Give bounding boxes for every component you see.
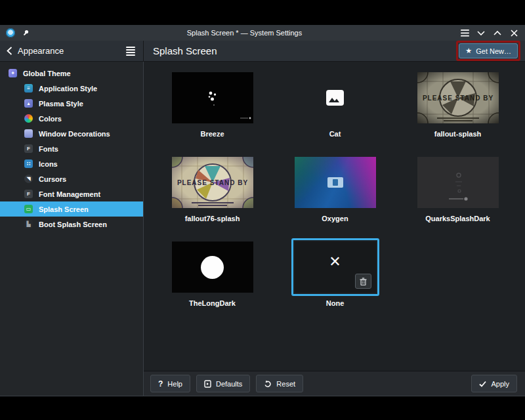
defaults-icon	[204, 380, 211, 388]
quarks-splash-dark-thumbnail	[417, 157, 499, 208]
get-new-button[interactable]: ★ Get New…	[459, 43, 518, 58]
tile-label: None	[326, 299, 345, 307]
system-settings-window: Splash Screen * — System Settings	[0, 25, 525, 396]
apply-button[interactable]: Apply	[471, 375, 517, 392]
the-long-dark-thumbnail	[172, 242, 253, 293]
back-chevron-icon[interactable]	[7, 47, 12, 55]
sidebar-item-label: Window Decorations	[39, 130, 110, 138]
page-title: Splash Screen	[153, 45, 217, 56]
sidebar-item-label: Plasma Style	[39, 100, 83, 108]
window-decorations-icon	[24, 129, 33, 138]
fonts-icon: F	[24, 144, 33, 153]
none-thumbnail: ✕	[295, 242, 376, 293]
sidebar-item-icons[interactable]: ∷ Icons	[0, 156, 143, 171]
window-menu-icon[interactable]	[459, 28, 470, 38]
splash-tile-fallout-splash[interactable]: PLEASE STAND BY fallout-splash	[396, 69, 519, 154]
image-placeholder-icon	[326, 90, 344, 106]
tile-label: QuarksSplashDark	[425, 215, 490, 222]
header-row: Appearance Splash Screen ★ Get New…	[0, 41, 525, 62]
tile-label: Breeze	[200, 130, 224, 138]
splash-tile-cat[interactable]: Cat	[274, 69, 396, 154]
star-icon: ★	[465, 47, 472, 54]
sidebar: ✦ Global Theme ≡ Application Style ▴ Pla…	[0, 62, 144, 396]
breeze-thumbnail	[172, 72, 253, 123]
cursor-icon: ◥	[24, 175, 33, 183]
main-content: Breeze Cat	[144, 62, 525, 396]
trash-icon	[360, 278, 367, 285]
oxygen-thumbnail	[295, 157, 376, 208]
delete-theme-button[interactable]	[355, 274, 371, 289]
minimize-icon[interactable]	[476, 28, 486, 38]
sidebar-item-label: Cursors	[39, 175, 66, 183]
sidebar-item-application-style[interactable]: ≡ Application Style	[0, 81, 143, 96]
defaults-label: Defaults	[216, 380, 242, 388]
back-label[interactable]: Appearance	[18, 46, 64, 56]
sidebar-item-label: Colors	[39, 115, 62, 123]
defaults-button[interactable]: Defaults	[196, 375, 250, 392]
boot-splash-icon: ▙	[24, 220, 33, 228]
get-new-label: Get New…	[476, 47, 511, 55]
reset-button[interactable]: Reset	[256, 375, 303, 392]
sidebar-item-global-theme[interactable]: ✦ Global Theme	[0, 66, 143, 81]
sidebar-item-splash-screen[interactable]: ▭ Splash Screen	[0, 201, 143, 217]
oxygen-dialog-box	[327, 177, 343, 188]
apply-label: Apply	[491, 380, 509, 388]
splash-tile-quarks-splash-dark[interactable]: QuarksSplashDark	[396, 154, 519, 238]
application-style-icon: ≡	[24, 84, 33, 93]
sidebar-item-label: Application Style	[39, 85, 97, 93]
tile-label: fallout-splash	[434, 130, 482, 138]
splash-tile-breeze[interactable]: Breeze	[151, 69, 274, 154]
tile-label: Cat	[329, 130, 341, 138]
none-x-icon: ✕	[295, 255, 376, 269]
fallout-splash-thumbnail: PLEASE STAND BY	[417, 72, 499, 123]
reset-label: Reset	[276, 380, 295, 388]
sidebar-item-label: Font Management	[39, 190, 100, 198]
close-icon[interactable]	[509, 28, 519, 38]
app-icon	[6, 28, 15, 37]
help-button[interactable]: ? Help	[150, 375, 190, 392]
splash-tile-the-long-dark[interactable]: TheLongDark	[151, 238, 274, 323]
sidebar-item-plasma-style[interactable]: ▴ Plasma Style	[0, 96, 143, 111]
splash-theme-grid: Breeze Cat	[144, 62, 525, 371]
breadcrumb: Appearance	[0, 41, 144, 61]
sidebar-item-font-management[interactable]: F Font Management	[0, 186, 143, 201]
sidebar-item-colors[interactable]: Colors	[0, 111, 143, 126]
window-title: Splash Screen * — System Settings	[30, 29, 459, 37]
icons-icon: ∷	[24, 159, 33, 168]
plasma-style-icon: ▴	[24, 99, 33, 108]
help-label: Help	[167, 380, 182, 388]
splash-tile-none[interactable]: ✕ None	[274, 238, 396, 323]
splash-tile-fallout76-splash[interactable]: PLEASE STAND BY fallout76-splash	[151, 154, 274, 238]
titlebar: Splash Screen * — System Settings	[0, 25, 525, 41]
footer-bar: ? Help Defaults	[144, 371, 525, 396]
font-management-icon: F	[24, 190, 33, 198]
splash-screen-icon: ▭	[24, 205, 33, 213]
tile-label: fallout76-splash	[185, 215, 240, 222]
sidebar-item-label: Splash Screen	[39, 205, 89, 213]
help-icon: ?	[158, 379, 163, 388]
maximize-icon[interactable]	[492, 28, 503, 38]
pin-icon[interactable]	[22, 29, 30, 37]
tile-label: TheLongDark	[189, 299, 236, 307]
cat-thumbnail	[295, 72, 376, 123]
color-wheel-icon	[24, 114, 33, 123]
sidebar-item-label: Icons	[39, 160, 58, 168]
sidebar-item-label: Global Theme	[23, 70, 71, 77]
global-theme-icon: ✦	[9, 69, 17, 77]
page-header: Splash Screen ★ Get New…	[144, 41, 525, 61]
checkmark-icon	[479, 381, 486, 387]
sidebar-item-boot-splash-screen[interactable]: ▙ Boot Splash Screen	[0, 217, 143, 232]
reset-icon	[264, 380, 272, 387]
white-circle	[201, 256, 224, 279]
splash-tile-oxygen[interactable]: Oxygen	[274, 154, 396, 238]
sidebar-item-label: Fonts	[39, 145, 58, 153]
sidebar-item-label: Boot Splash Screen	[39, 220, 107, 228]
sidebar-menu-icon[interactable]	[126, 47, 135, 56]
annotation-highlight-box: ★ Get New…	[456, 41, 520, 61]
tile-label: Oxygen	[322, 215, 348, 222]
fallout76-splash-thumbnail: PLEASE STAND BY	[172, 157, 253, 208]
sidebar-item-fonts[interactable]: F Fonts	[0, 141, 143, 156]
sidebar-item-cursors[interactable]: ◥ Cursors	[0, 171, 143, 186]
sidebar-item-window-decorations[interactable]: Window Decorations	[0, 126, 143, 141]
